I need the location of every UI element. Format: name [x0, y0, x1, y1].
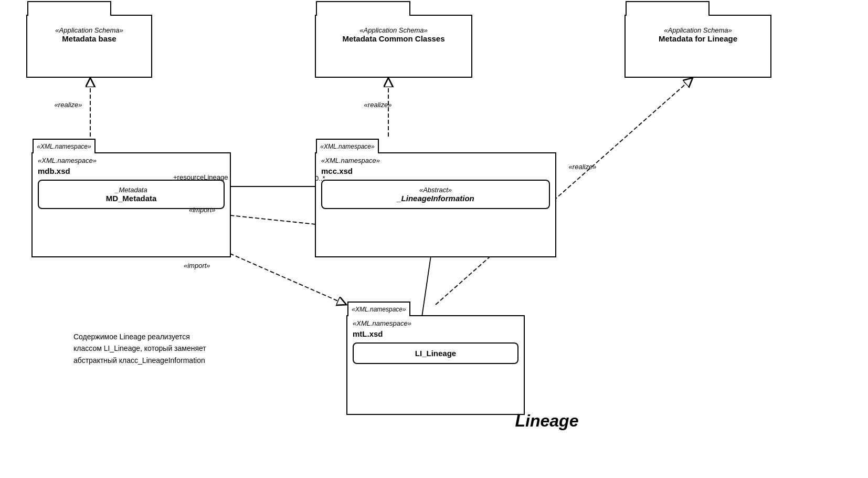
package-metadata-common: «Application Schema» Metadata Common Cla…	[315, 15, 472, 78]
class-name-md-metadata: MD_Metadata	[46, 194, 216, 203]
lineage-detected-label: Lineage	[484, 411, 610, 431]
package-stereotype-metadata-common: «Application Schema»	[322, 26, 465, 34]
realize-label-right: «realize»	[551, 163, 614, 171]
package-metadata-base: «Application Schema» Metadata base	[26, 15, 152, 78]
package-metadata-lineage: «Application Schema» Metadata for Lineag…	[624, 15, 771, 78]
package-stereotype-metadata-base: «Application Schema»	[34, 26, 145, 34]
package-name-metadata-lineage: Metadata for Lineage	[632, 34, 764, 43]
namespace-tab-mtl: «XML.namespace»	[347, 302, 410, 316]
namespace-tab-mdb: «XML.namespace»	[33, 139, 96, 153]
namespace-tab-mcc: «XML.namespace»	[316, 139, 379, 153]
namespace-name-mcc: mcc.xsd	[316, 167, 555, 180]
class-stereotype-md-metadata: _Metadata	[46, 186, 216, 194]
package-name-metadata-base: Metadata base	[34, 34, 145, 43]
resource-lineage-label: +resourceLineage	[173, 173, 228, 181]
package-tab-metadata-lineage	[626, 1, 710, 16]
package-tab-metadata-common	[316, 1, 410, 16]
namespace-mdb: «XML.namespace» «XML.namespace» mdb.xsd …	[31, 152, 231, 257]
class-name-lineage-info: _LineageInformation	[330, 194, 542, 203]
realize-label-middle: «realize»	[346, 101, 409, 109]
import-label-lower: «import»	[184, 262, 210, 269]
realize-label-left: «realize»	[37, 101, 100, 109]
namespace-name-mtl: mtL.xsd	[347, 329, 524, 342]
class-stereotype-lineage-info: «Abstract»	[330, 186, 542, 194]
diagram-container: «Application Schema» Metadata base «Appl…	[0, 0, 868, 478]
class-name-li-lineage: LI_Lineage	[361, 349, 510, 358]
import-label-upper: «import»	[189, 206, 216, 214]
namespace-mcc: «XML.namespace» «XML.namespace» mcc.xsd …	[315, 152, 556, 257]
namespace-mtl: «XML.namespace» «XML.namespace» mtL.xsd …	[346, 315, 525, 415]
multiplicity-label: 0..*	[315, 174, 325, 182]
note-text: Содержимое Lineage реализуетсяклассом LI…	[73, 331, 206, 366]
package-stereotype-metadata-lineage: «Application Schema»	[632, 26, 764, 34]
package-name-metadata-common: Metadata Common Classes	[322, 34, 465, 43]
package-tab-metadata-base	[27, 1, 111, 16]
